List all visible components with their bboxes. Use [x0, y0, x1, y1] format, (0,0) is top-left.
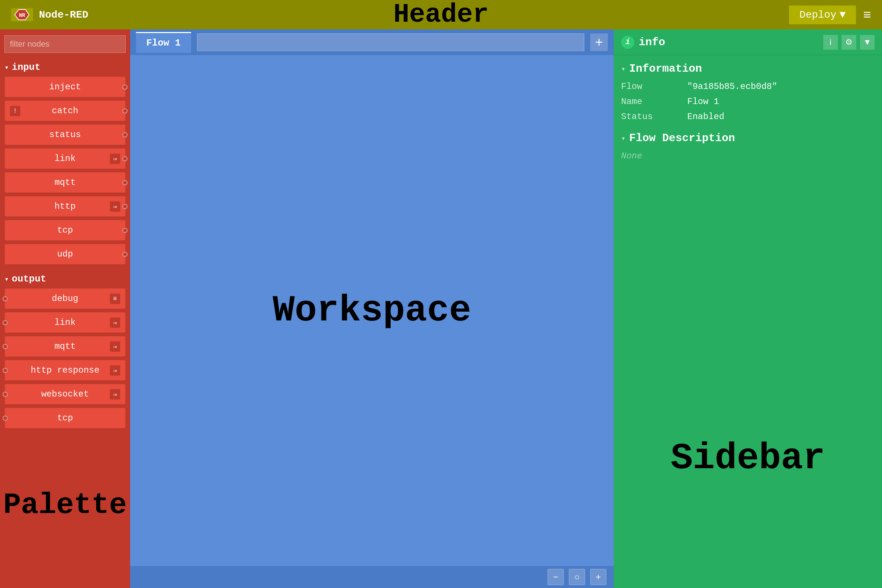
http-in-port-right	[122, 204, 128, 209]
palette-node-udp-in[interactable]: udp	[4, 244, 126, 265]
mqtt-out-icon: ⇒	[110, 341, 120, 352]
flow-description-section-toggle-icon: ▾	[621, 134, 626, 143]
sidebar-label-overlay: Sidebar	[614, 329, 882, 588]
debug-list-icon: ≡	[110, 294, 120, 304]
information-section-toggle-icon: ▾	[621, 64, 626, 74]
deploy-button[interactable]: Deploy ▼	[789, 6, 856, 24]
palette-node-websocket-out[interactable]: websocket ⇒	[4, 384, 126, 405]
palette-panel: ▾ input inject ! catch status	[0, 29, 130, 588]
workspace-tabs: Flow 1 +	[130, 29, 614, 55]
information-section-title: Information	[629, 63, 702, 75]
palette-node-tcp-in[interactable]: tcp	[4, 220, 126, 241]
sidebar-info-label: info	[639, 36, 819, 48]
sidebar-collapse-button[interactable]: ▼	[860, 35, 874, 50]
sidebar-header: i info i ⚙ ▼	[614, 29, 882, 55]
header: NR Node-RED Header Deploy ▼ ≡	[0, 0, 882, 29]
sidebar-info-icon: i	[621, 36, 634, 49]
sidebar-info-row-name: Name Flow 1	[621, 97, 874, 106]
palette-node-catch[interactable]: ! catch	[4, 100, 126, 121]
mqtt-out-label: mqtt	[54, 341, 76, 351]
filter-nodes-input[interactable]	[4, 35, 126, 53]
palette-node-link-out[interactable]: link ⇒	[4, 312, 126, 333]
palette-node-tcp-out[interactable]: tcp	[4, 408, 126, 429]
node-red-logo-icon: NR	[11, 8, 33, 21]
http-response-label: http response	[30, 365, 99, 375]
sidebar-name-key: Name	[621, 97, 680, 106]
hamburger-button[interactable]: ≡	[863, 7, 871, 22]
flow1-tab[interactable]: Flow 1	[136, 32, 191, 53]
deploy-label: Deploy	[800, 9, 836, 21]
palette-node-status[interactable]: status	[4, 124, 126, 145]
header-title: Header	[393, 0, 488, 30]
palette-category-output: ▾ output debug ≡ link ⇒ mqtt ⇒	[0, 270, 130, 434]
http-in-label: http	[54, 201, 76, 212]
main-layout: ▾ input inject ! catch status	[0, 29, 882, 588]
sidebar-content: ▾ Information Flow "9a185b85.ecb0d8" Nam…	[614, 55, 882, 329]
tcp-in-label: tcp	[57, 225, 73, 235]
workspace-zoom-out-button[interactable]: −	[548, 569, 564, 585]
link-in-icon: ⇒	[110, 154, 120, 164]
link-in-label: link	[54, 154, 76, 164]
output-category-label: output	[12, 273, 46, 285]
inject-port-right	[122, 84, 128, 90]
svg-text:NR: NR	[19, 12, 26, 18]
http-response-icon: ⇒	[110, 365, 120, 376]
http-in-icon: ⇒	[110, 201, 120, 212]
workspace-zoom-in-button[interactable]: +	[590, 569, 606, 585]
inject-label: inject	[49, 82, 81, 92]
sidebar-section-information: ▾ Information Flow "9a185b85.ecb0d8" Nam…	[621, 63, 874, 122]
sidebar-header-buttons: i ⚙ ▼	[823, 35, 874, 50]
flow-description-section-title: Flow Description	[629, 132, 735, 144]
mqtt-in-port-right	[122, 180, 128, 185]
sidebar-flow-key: Flow	[621, 82, 680, 92]
sidebar-section-flow-description: ▾ Flow Description None	[621, 132, 874, 161]
node-red-label: Node-RED	[39, 9, 88, 21]
deploy-arrow-icon: ▼	[839, 9, 846, 21]
workspace-canvas[interactable]: Workspace	[130, 55, 614, 566]
http-response-port-left	[3, 368, 8, 373]
palette-node-http-in[interactable]: http ⇒	[4, 196, 126, 217]
input-category-toggle-icon: ▾	[4, 63, 9, 72]
catch-port-right	[122, 108, 128, 114]
palette-node-http-response[interactable]: http response ⇒	[4, 360, 126, 381]
output-category-toggle-icon: ▾	[4, 274, 9, 284]
logo-area: NR Node-RED	[11, 8, 88, 21]
websocket-out-label: websocket	[41, 389, 89, 399]
sidebar-settings-button[interactable]: ⚙	[842, 35, 856, 50]
tab-search-input[interactable]	[197, 33, 584, 51]
sidebar-info-tab-button[interactable]: i	[823, 35, 838, 50]
workspace-panel: Flow 1 + Workspace − ○ +	[130, 29, 614, 588]
palette-category-input-header[interactable]: ▾ input	[4, 62, 126, 73]
mqtt-out-port-left	[3, 344, 8, 349]
catch-label: catch	[52, 106, 78, 116]
sidebar-flow-value: "9a185b85.ecb0d8"	[687, 82, 777, 92]
link-out-label: link	[54, 318, 76, 327]
input-category-label: input	[12, 62, 40, 73]
debug-port-left	[3, 296, 8, 302]
palette-node-inject[interactable]: inject	[4, 76, 126, 98]
sidebar-panel: i info i ⚙ ▼ ▾ Information Flow "9a185b8…	[614, 29, 882, 588]
add-tab-button[interactable]: +	[590, 33, 608, 51]
sidebar-info-row-flow: Flow "9a185b85.ecb0d8"	[621, 82, 874, 92]
flow-description-section-header[interactable]: ▾ Flow Description	[621, 132, 874, 144]
workspace-label: Workspace	[273, 290, 471, 332]
tcp-in-port-right	[122, 228, 128, 233]
catch-warning-icon: !	[10, 106, 20, 116]
palette-node-link-in[interactable]: link ⇒	[4, 148, 126, 169]
status-label: status	[49, 130, 81, 140]
workspace-zoom-reset-button[interactable]: ○	[569, 569, 585, 585]
palette-categories: ▾ input inject ! catch status	[0, 59, 130, 434]
palette-node-mqtt-out[interactable]: mqtt ⇒	[4, 336, 126, 357]
information-section-header[interactable]: ▾ Information	[621, 63, 874, 75]
workspace-bottom-bar: − ○ +	[130, 566, 614, 588]
palette-node-debug[interactable]: debug ≡	[4, 288, 126, 309]
udp-in-port-right	[122, 252, 128, 257]
flow-description-none: None	[621, 151, 874, 161]
palette-category-output-header[interactable]: ▾ output	[4, 273, 126, 285]
palette-node-mqtt-in[interactable]: mqtt	[4, 172, 126, 193]
tcp-out-port-left	[3, 416, 8, 421]
link-out-icon: ⇒	[110, 318, 120, 328]
tcp-out-label: tcp	[57, 413, 73, 423]
sidebar-status-value: Enabled	[687, 112, 724, 122]
palette-category-input: ▾ input inject ! catch status	[0, 59, 130, 270]
